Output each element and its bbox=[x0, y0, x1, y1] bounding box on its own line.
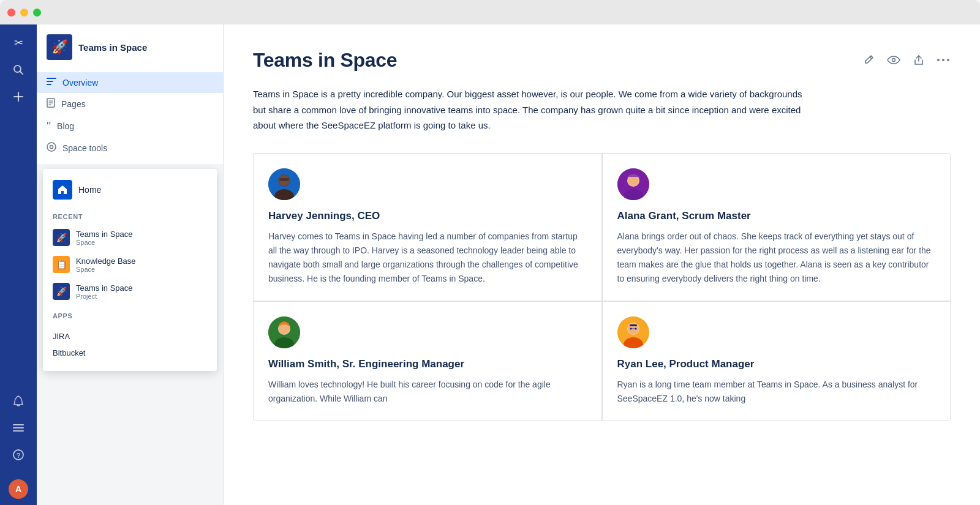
home-icon bbox=[53, 180, 72, 200]
recent-item-knowledge-base[interactable]: 📋 Knowledge Base Space bbox=[43, 251, 217, 278]
svg-point-17 bbox=[50, 146, 53, 149]
card-william-desc: William loves technology! He built his c… bbox=[268, 378, 587, 406]
space-tools-icon bbox=[47, 142, 56, 154]
main-content: Teams in Space bbox=[224, 24, 980, 505]
recent-item-subtitle-proj: Project bbox=[76, 293, 133, 300]
user-avatar[interactable]: A bbox=[9, 479, 28, 499]
toolbar-actions bbox=[861, 53, 951, 67]
recent-item-icon-blue: 🚀 bbox=[53, 229, 70, 246]
card-ryan-name: Ryan Lee, Product Manager bbox=[617, 358, 936, 370]
apps-section: JIRA Bitbucket bbox=[43, 323, 217, 366]
recent-item-text-kb: Knowledge Base Space bbox=[76, 256, 136, 273]
recent-item-teams-in-space[interactable]: 🚀 Teams in Space Space bbox=[43, 224, 217, 251]
recent-item-text: Teams in Space Space bbox=[76, 230, 133, 246]
help-icon[interactable]: ? bbox=[6, 443, 31, 467]
recent-item-name-kb: Knowledge Base bbox=[76, 256, 136, 266]
card-alana: Alana Grant, Scrum Master Alana brings o… bbox=[603, 154, 951, 301]
card-william: William Smith, Sr. Engineering Manager W… bbox=[254, 302, 601, 421]
sidebar-item-pages[interactable]: Pages bbox=[37, 93, 223, 115]
pages-icon bbox=[47, 98, 55, 110]
app-link-bitbucket[interactable]: Bitbucket bbox=[53, 345, 207, 361]
avatar-ryan bbox=[617, 316, 649, 348]
page-header: Teams in Space bbox=[253, 49, 951, 72]
svg-rect-28 bbox=[279, 178, 289, 181]
blog-icon: " bbox=[47, 120, 51, 132]
svg-line-18 bbox=[870, 57, 872, 59]
recent-item-subtitle-kb: Space bbox=[76, 266, 136, 273]
titlebar bbox=[0, 0, 980, 24]
recent-section-label: RECENT bbox=[43, 206, 217, 224]
page-intro: Teams in Space is a pretty incredible co… bbox=[253, 86, 816, 133]
card-harvey-name: Harvey Jennings, CEO bbox=[268, 210, 587, 222]
card-harvey: Harvey Jennings, CEO Harvey comes to Tea… bbox=[254, 154, 601, 301]
page-title: Teams in Space bbox=[253, 49, 397, 72]
svg-line-1 bbox=[20, 72, 23, 75]
maximize-button[interactable] bbox=[33, 9, 41, 17]
card-harvey-desc: Harvey comes to Teams in Space having le… bbox=[268, 230, 587, 286]
view-button[interactable] bbox=[886, 54, 902, 66]
recent-item-icon-blue-2: 🚀 bbox=[53, 283, 70, 300]
recent-item-name-proj: Teams in Space bbox=[76, 283, 133, 293]
sidebar-item-blog[interactable]: " Blog bbox=[37, 115, 223, 137]
sidebar-item-overview-label: Overview bbox=[62, 78, 98, 88]
minimize-button[interactable] bbox=[20, 9, 28, 17]
card-ryan-desc: Ryan is a long time team member at Teams… bbox=[617, 378, 936, 406]
svg-text:?: ? bbox=[17, 452, 21, 459]
card-william-name: William Smith, Sr. Engineering Manager bbox=[268, 358, 587, 370]
svg-point-19 bbox=[892, 59, 895, 62]
overview-icon bbox=[47, 77, 56, 88]
recent-item-name: Teams in Space bbox=[76, 230, 133, 239]
search-icon[interactable] bbox=[6, 58, 31, 82]
svg-point-23 bbox=[947, 59, 949, 61]
cards-grid: Harvey Jennings, CEO Harvey comes to Tea… bbox=[253, 153, 951, 422]
svg-point-22 bbox=[942, 59, 944, 61]
sidebar-item-space-tools[interactable]: Space tools bbox=[37, 137, 223, 159]
sidebar-nav: Overview Pages " Blog bbox=[37, 67, 223, 164]
traffic-lights bbox=[7, 9, 41, 17]
apps-section-label: APPS bbox=[43, 305, 217, 323]
space-icon[interactable]: 🚀 bbox=[47, 34, 72, 60]
sidebar-item-space-tools-label: Space tools bbox=[62, 143, 107, 153]
share-button[interactable] bbox=[911, 53, 926, 67]
recent-item-text-proj: Teams in Space Project bbox=[76, 283, 133, 300]
sidebar: 🚀 Teams in Space Overview bbox=[37, 24, 224, 505]
sidebar-item-blog-label: Blog bbox=[57, 121, 74, 131]
svg-point-21 bbox=[937, 59, 940, 61]
panel-home-label: Home bbox=[78, 185, 101, 195]
floating-panel: Home RECENT 🚀 Teams in Space Space 📋 Kno… bbox=[43, 169, 217, 371]
avatar-harvey bbox=[268, 168, 300, 200]
app-link-jira[interactable]: JIRA bbox=[53, 328, 207, 345]
app-body: ✂ bbox=[0, 24, 980, 505]
avatar-alana bbox=[617, 168, 649, 200]
svg-rect-41 bbox=[630, 324, 637, 326]
svg-point-16 bbox=[47, 143, 56, 151]
panel-home-item[interactable]: Home bbox=[43, 174, 217, 206]
notification-icon[interactable] bbox=[6, 389, 31, 413]
more-button[interactable] bbox=[936, 57, 951, 63]
recent-item-teams-in-space-project[interactable]: 🚀 Teams in Space Project bbox=[43, 278, 217, 305]
space-title: Teams in Space bbox=[78, 42, 147, 53]
recent-item-icon-yellow: 📋 bbox=[53, 256, 70, 273]
menu-icon[interactable] bbox=[6, 416, 31, 440]
edit-button[interactable] bbox=[861, 53, 876, 67]
recent-item-subtitle: Space bbox=[76, 239, 133, 246]
sidebar-item-overview[interactable]: Overview bbox=[37, 72, 223, 93]
card-alana-desc: Alana brings order out of chaos. She kee… bbox=[617, 230, 936, 286]
sidebar-item-pages-label: Pages bbox=[61, 99, 86, 109]
avatar-william bbox=[268, 316, 300, 348]
icon-rail: ✂ bbox=[0, 24, 37, 505]
space-header: 🚀 Teams in Space bbox=[37, 24, 223, 67]
scissors-icon[interactable]: ✂ bbox=[6, 31, 31, 55]
card-ryan: Ryan Lee, Product Manager Ryan is a long… bbox=[603, 302, 951, 421]
card-alana-name: Alana Grant, Scrum Master bbox=[617, 210, 936, 222]
close-button[interactable] bbox=[7, 9, 15, 17]
plus-icon[interactable] bbox=[6, 84, 31, 109]
